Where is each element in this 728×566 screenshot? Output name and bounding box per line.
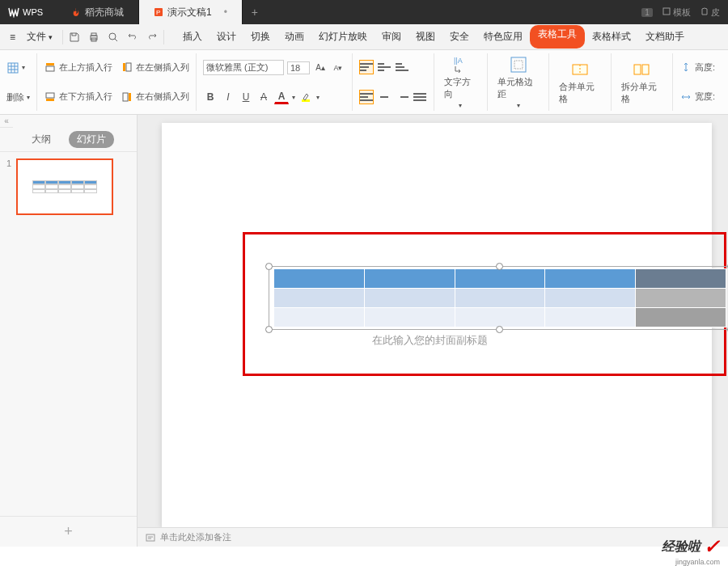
shrink-font-button[interactable]: A▾ (331, 61, 345, 75)
tab-presentation-1[interactable]: P 演示文稿1 • (139, 0, 243, 24)
align-right-button[interactable] (395, 90, 409, 104)
ribbon-group-align (359, 53, 434, 111)
align-bottom-button[interactable] (395, 60, 409, 74)
chevron-down-icon[interactable]: ▾ (292, 94, 295, 101)
align-middle-button[interactable] (377, 60, 392, 74)
align-center-button[interactable] (377, 90, 392, 104)
outline-tab[interactable]: 大纲 (23, 131, 59, 148)
mtab-security[interactable]: 安全 (442, 25, 476, 49)
row-height-field[interactable]: 高度: (679, 61, 715, 74)
svg-rect-4 (91, 33, 96, 36)
split-cells-button[interactable]: 拆分单元格 (618, 58, 666, 107)
mtab-special[interactable]: 特色应用 (476, 25, 530, 49)
chevron-down-icon: ▾ (22, 64, 25, 71)
skin-link[interactable]: 皮 (700, 6, 720, 19)
add-tab-button[interactable]: + (243, 6, 267, 19)
ribbon-group-cell-margin: 单元格边距 ▾ (494, 53, 549, 111)
svg-rect-20 (129, 93, 131, 101)
slide-area: 在此输入您的封面副标题 单击此处添加备注 (138, 115, 728, 547)
notes-bar[interactable]: 单击此处添加备注 (138, 527, 728, 547)
notification-badge[interactable]: 1 (641, 8, 653, 17)
svg-rect-24 (514, 61, 523, 69)
align-top-button[interactable] (359, 60, 374, 74)
subtitle-placeholder: 在此输入您的封面副标题 (372, 333, 488, 348)
watermark-url: jingyanla.com (675, 558, 720, 566)
cell-margin-icon (509, 55, 528, 74)
text-direction-button[interactable]: ||A 文字方向 ▾ (441, 53, 480, 111)
merge-cells-icon (570, 60, 590, 79)
redo-icon[interactable] (146, 31, 159, 44)
mtab-transition[interactable]: 切换 (243, 25, 277, 49)
selection-handle-n[interactable] (496, 263, 503, 270)
underline-button[interactable]: U (239, 90, 253, 104)
mtab-view[interactable]: 视图 (408, 25, 442, 49)
bold-button[interactable]: B (203, 90, 218, 104)
selection-handle-s[interactable] (496, 326, 503, 333)
add-slide-button[interactable]: + (0, 516, 137, 547)
svg-text:||A: ||A (454, 57, 463, 65)
strike-button[interactable]: A (256, 90, 271, 104)
align-left-button[interactable] (359, 90, 374, 104)
ribbon-group-font: 微软雅黑 (正文) 18 A▴ A▾ B I U A A ▾ ▾ (203, 53, 353, 111)
font-size-select[interactable]: 18 (287, 61, 310, 74)
split-cells-icon (632, 60, 651, 79)
fire-icon (71, 7, 81, 17)
svg-rect-15 (126, 63, 131, 71)
mtab-table-tools[interactable]: 表格工具 (530, 25, 585, 49)
selection-handle-nw[interactable] (265, 263, 273, 270)
preview-icon[interactable] (107, 31, 120, 44)
chevron-down-icon: ▾ (27, 94, 30, 101)
workspace: « 大纲 幻灯片 1 + (0, 115, 728, 547)
undo-icon[interactable] (126, 31, 139, 44)
collapse-panel-button[interactable]: « (0, 115, 13, 128)
tab-docer-mall[interactable]: 稻壳商城 (57, 0, 139, 24)
col-width-field[interactable]: 宽度: (679, 91, 715, 103)
svg-rect-28 (642, 65, 649, 74)
thumbnail-tabs: 大纲 幻灯片 (0, 128, 137, 152)
mtab-slideshow[interactable]: 幻灯片放映 (311, 25, 375, 49)
save-icon[interactable] (68, 31, 81, 44)
ribbon-group-insert-rowcol: 在上方插入行 在左侧插入列 在下方插入行 在右侧插入列 (44, 53, 197, 111)
font-name-select[interactable]: 微软雅黑 (正文) (203, 60, 284, 75)
ppt-icon: P (154, 7, 163, 17)
chevron-down-icon[interactable]: ▾ (316, 94, 320, 101)
mtab-design[interactable]: 设计 (210, 25, 243, 49)
slide-canvas[interactable]: 在此输入您的封面副标题 (138, 115, 728, 527)
mtab-insert[interactable]: 插入 (176, 25, 210, 49)
select-table-button[interactable]: ▾ (6, 61, 30, 74)
ribbon-group-merge: 合并单元格 (556, 53, 611, 111)
slide-thumbnail-1[interactable]: 1 (6, 158, 130, 215)
font-color-button[interactable]: A (274, 90, 289, 104)
svg-rect-2 (663, 8, 670, 15)
delete-button[interactable]: 删除 ▾ (6, 91, 30, 103)
insert-col-left-button[interactable]: 在左侧插入列 (121, 61, 189, 74)
highlight-button[interactable] (298, 90, 313, 104)
table-object[interactable] (273, 268, 726, 327)
svg-rect-16 (123, 63, 125, 71)
slides-tab[interactable]: 幻灯片 (69, 131, 114, 148)
mtab-doc-helper[interactable]: 文档助手 (638, 25, 692, 49)
cell-margin-button[interactable]: 单元格边距 ▾ (494, 53, 542, 111)
ribbon-group-text-dir: ||A 文字方向 ▾ (441, 53, 488, 111)
thumbnail-list: 1 (0, 152, 137, 516)
mtab-animation[interactable]: 动画 (277, 25, 311, 49)
selection-border (269, 266, 728, 330)
insert-row-above-button[interactable]: 在上方插入行 (44, 61, 112, 74)
templates-link[interactable]: 模板 (662, 6, 691, 19)
insert-row-below-button[interactable]: 在下方插入行 (44, 91, 112, 103)
mtab-table-style[interactable]: 表格样式 (585, 25, 638, 49)
merge-cells-button[interactable]: 合并单元格 (556, 58, 603, 107)
slide-1[interactable]: 在此输入您的封面副标题 (162, 123, 712, 527)
italic-button[interactable]: I (221, 90, 235, 104)
ribbon: ▾ 删除 ▾ 在上方插入行 在左侧插入列 在下方插入行 在右侧插入列 (0, 50, 728, 115)
align-justify-button[interactable] (413, 90, 427, 104)
ribbon-group-size: 高度: 宽度: (679, 53, 722, 111)
mtab-review[interactable]: 审阅 (375, 25, 408, 49)
hamburger-menu[interactable]: ≡ (5, 29, 20, 45)
print-icon[interactable] (87, 31, 100, 44)
grow-font-button[interactable]: A▴ (313, 61, 328, 75)
file-menu[interactable]: 文件 ▾ (22, 27, 57, 46)
svg-rect-14 (46, 63, 54, 65)
insert-col-right-button[interactable]: 在右侧插入列 (121, 91, 189, 103)
selection-handle-sw[interactable] (265, 326, 273, 333)
